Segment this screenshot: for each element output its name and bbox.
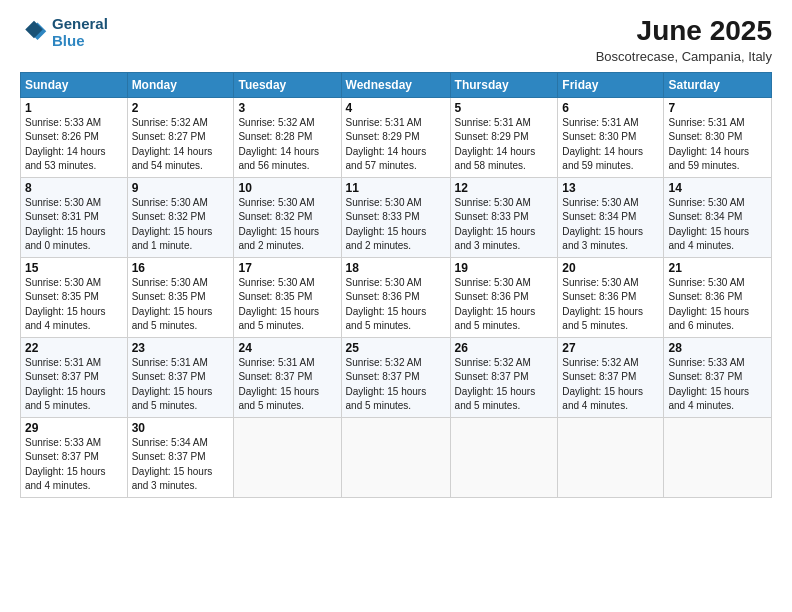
day-number: 28	[668, 341, 767, 355]
calendar-week-row: 15Sunrise: 5:30 AMSunset: 8:35 PMDayligh…	[21, 257, 772, 337]
day-info: Sunrise: 5:30 AMSunset: 8:35 PMDaylight:…	[132, 276, 230, 334]
day-number: 26	[455, 341, 554, 355]
day-info: Sunrise: 5:31 AMSunset: 8:37 PMDaylight:…	[25, 356, 123, 414]
day-number: 3	[238, 101, 336, 115]
calendar-cell: 17Sunrise: 5:30 AMSunset: 8:35 PMDayligh…	[234, 257, 341, 337]
day-number: 11	[346, 181, 446, 195]
day-info: Sunrise: 5:33 AMSunset: 8:37 PMDaylight:…	[668, 356, 767, 414]
day-number: 16	[132, 261, 230, 275]
calendar-cell	[234, 417, 341, 497]
logo: General Blue	[20, 16, 108, 49]
calendar-header-row: SundayMondayTuesdayWednesdayThursdayFrid…	[21, 72, 772, 97]
calendar-week-row: 22Sunrise: 5:31 AMSunset: 8:37 PMDayligh…	[21, 337, 772, 417]
day-info: Sunrise: 5:30 AMSunset: 8:33 PMDaylight:…	[346, 196, 446, 254]
day-of-week-header: Monday	[127, 72, 234, 97]
month-title: June 2025	[596, 16, 772, 47]
day-number: 21	[668, 261, 767, 275]
day-info: Sunrise: 5:30 AMSunset: 8:35 PMDaylight:…	[238, 276, 336, 334]
day-info: Sunrise: 5:30 AMSunset: 8:34 PMDaylight:…	[562, 196, 659, 254]
day-number: 7	[668, 101, 767, 115]
day-info: Sunrise: 5:34 AMSunset: 8:37 PMDaylight:…	[132, 436, 230, 494]
day-of-week-header: Friday	[558, 72, 664, 97]
logo-icon	[20, 19, 48, 47]
calendar-cell: 22Sunrise: 5:31 AMSunset: 8:37 PMDayligh…	[21, 337, 128, 417]
day-number: 30	[132, 421, 230, 435]
day-info: Sunrise: 5:31 AMSunset: 8:29 PMDaylight:…	[455, 116, 554, 174]
calendar-cell: 3Sunrise: 5:32 AMSunset: 8:28 PMDaylight…	[234, 97, 341, 177]
day-info: Sunrise: 5:31 AMSunset: 8:37 PMDaylight:…	[132, 356, 230, 414]
day-info: Sunrise: 5:33 AMSunset: 8:37 PMDaylight:…	[25, 436, 123, 494]
location: Boscotrecase, Campania, Italy	[596, 49, 772, 64]
day-number: 4	[346, 101, 446, 115]
calendar-cell: 18Sunrise: 5:30 AMSunset: 8:36 PMDayligh…	[341, 257, 450, 337]
calendar-cell: 25Sunrise: 5:32 AMSunset: 8:37 PMDayligh…	[341, 337, 450, 417]
calendar-cell: 13Sunrise: 5:30 AMSunset: 8:34 PMDayligh…	[558, 177, 664, 257]
day-number: 6	[562, 101, 659, 115]
calendar-cell: 27Sunrise: 5:32 AMSunset: 8:37 PMDayligh…	[558, 337, 664, 417]
calendar-cell: 10Sunrise: 5:30 AMSunset: 8:32 PMDayligh…	[234, 177, 341, 257]
day-number: 9	[132, 181, 230, 195]
day-number: 14	[668, 181, 767, 195]
page: General Blue June 2025 Boscotrecase, Cam…	[0, 0, 792, 612]
day-number: 13	[562, 181, 659, 195]
calendar-cell: 15Sunrise: 5:30 AMSunset: 8:35 PMDayligh…	[21, 257, 128, 337]
day-info: Sunrise: 5:30 AMSunset: 8:35 PMDaylight:…	[25, 276, 123, 334]
day-of-week-header: Tuesday	[234, 72, 341, 97]
calendar-week-row: 1Sunrise: 5:33 AMSunset: 8:26 PMDaylight…	[21, 97, 772, 177]
header: General Blue June 2025 Boscotrecase, Cam…	[20, 16, 772, 64]
calendar-cell: 19Sunrise: 5:30 AMSunset: 8:36 PMDayligh…	[450, 257, 558, 337]
day-number: 12	[455, 181, 554, 195]
day-of-week-header: Sunday	[21, 72, 128, 97]
day-number: 23	[132, 341, 230, 355]
calendar-cell: 30Sunrise: 5:34 AMSunset: 8:37 PMDayligh…	[127, 417, 234, 497]
calendar: SundayMondayTuesdayWednesdayThursdayFrid…	[20, 72, 772, 498]
calendar-cell: 29Sunrise: 5:33 AMSunset: 8:37 PMDayligh…	[21, 417, 128, 497]
calendar-cell: 5Sunrise: 5:31 AMSunset: 8:29 PMDaylight…	[450, 97, 558, 177]
calendar-cell: 4Sunrise: 5:31 AMSunset: 8:29 PMDaylight…	[341, 97, 450, 177]
title-area: June 2025 Boscotrecase, Campania, Italy	[596, 16, 772, 64]
day-info: Sunrise: 5:30 AMSunset: 8:32 PMDaylight:…	[238, 196, 336, 254]
day-number: 24	[238, 341, 336, 355]
day-info: Sunrise: 5:32 AMSunset: 8:37 PMDaylight:…	[455, 356, 554, 414]
calendar-cell: 24Sunrise: 5:31 AMSunset: 8:37 PMDayligh…	[234, 337, 341, 417]
day-number: 20	[562, 261, 659, 275]
calendar-week-row: 29Sunrise: 5:33 AMSunset: 8:37 PMDayligh…	[21, 417, 772, 497]
calendar-cell: 2Sunrise: 5:32 AMSunset: 8:27 PMDaylight…	[127, 97, 234, 177]
calendar-cell: 11Sunrise: 5:30 AMSunset: 8:33 PMDayligh…	[341, 177, 450, 257]
calendar-cell: 16Sunrise: 5:30 AMSunset: 8:35 PMDayligh…	[127, 257, 234, 337]
day-of-week-header: Saturday	[664, 72, 772, 97]
day-info: Sunrise: 5:30 AMSunset: 8:36 PMDaylight:…	[346, 276, 446, 334]
day-info: Sunrise: 5:32 AMSunset: 8:27 PMDaylight:…	[132, 116, 230, 174]
day-info: Sunrise: 5:32 AMSunset: 8:37 PMDaylight:…	[346, 356, 446, 414]
day-info: Sunrise: 5:30 AMSunset: 8:32 PMDaylight:…	[132, 196, 230, 254]
day-info: Sunrise: 5:31 AMSunset: 8:37 PMDaylight:…	[238, 356, 336, 414]
day-info: Sunrise: 5:31 AMSunset: 8:30 PMDaylight:…	[668, 116, 767, 174]
day-info: Sunrise: 5:30 AMSunset: 8:33 PMDaylight:…	[455, 196, 554, 254]
calendar-cell: 26Sunrise: 5:32 AMSunset: 8:37 PMDayligh…	[450, 337, 558, 417]
day-number: 1	[25, 101, 123, 115]
day-info: Sunrise: 5:31 AMSunset: 8:29 PMDaylight:…	[346, 116, 446, 174]
calendar-cell: 12Sunrise: 5:30 AMSunset: 8:33 PMDayligh…	[450, 177, 558, 257]
calendar-cell: 28Sunrise: 5:33 AMSunset: 8:37 PMDayligh…	[664, 337, 772, 417]
day-number: 2	[132, 101, 230, 115]
calendar-cell: 9Sunrise: 5:30 AMSunset: 8:32 PMDaylight…	[127, 177, 234, 257]
day-info: Sunrise: 5:30 AMSunset: 8:36 PMDaylight:…	[562, 276, 659, 334]
day-number: 10	[238, 181, 336, 195]
day-info: Sunrise: 5:30 AMSunset: 8:34 PMDaylight:…	[668, 196, 767, 254]
calendar-cell	[450, 417, 558, 497]
day-number: 25	[346, 341, 446, 355]
day-info: Sunrise: 5:30 AMSunset: 8:31 PMDaylight:…	[25, 196, 123, 254]
logo-text: General Blue	[52, 16, 108, 49]
day-number: 8	[25, 181, 123, 195]
calendar-cell	[558, 417, 664, 497]
day-of-week-header: Thursday	[450, 72, 558, 97]
day-number: 5	[455, 101, 554, 115]
calendar-cell: 20Sunrise: 5:30 AMSunset: 8:36 PMDayligh…	[558, 257, 664, 337]
day-of-week-header: Wednesday	[341, 72, 450, 97]
day-number: 18	[346, 261, 446, 275]
day-info: Sunrise: 5:30 AMSunset: 8:36 PMDaylight:…	[455, 276, 554, 334]
day-number: 19	[455, 261, 554, 275]
day-number: 27	[562, 341, 659, 355]
calendar-cell: 1Sunrise: 5:33 AMSunset: 8:26 PMDaylight…	[21, 97, 128, 177]
calendar-cell	[341, 417, 450, 497]
